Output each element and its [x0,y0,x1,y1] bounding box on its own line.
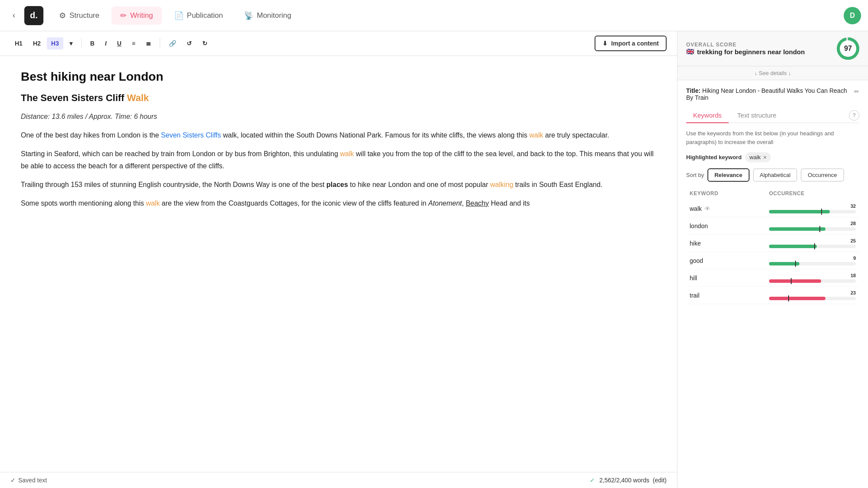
nav-publication-label: Publication [187,11,223,20]
tab-text-structure[interactable]: Text structure [730,108,783,123]
unordered-list-button[interactable]: ≡ [128,37,140,49]
sub-heading-text: The Seven Sisters Cliff [21,92,127,103]
highlighted-keyword-label: Highlighted keyword [686,154,742,160]
sub-heading: The Seven Sisters Cliff Walk [21,92,656,104]
h3-button[interactable]: H3 [47,37,63,49]
keyword-name-good: good [690,257,769,264]
nav-publication[interactable]: 📄 Publication [165,7,232,25]
sort-label: Sort by [686,172,704,178]
keyword-bar-marker [791,278,792,284]
toolbar: H1 H2 H3 ▾ B I U ≡ ≣ 🔗 ↺ ↻ ⬇ Import a co… [0,31,677,56]
keyword-name-walk: walk👁 [690,205,769,212]
nav-monitoring[interactable]: 📡 Monitoring [235,7,300,25]
keyword-bar-marker [814,243,815,249]
keyword-bar-fill [769,227,825,231]
ordered-list-button[interactable]: ≣ [141,37,155,49]
keyword-bar-track [769,262,856,265]
col-keyword-header: KEYWORD [690,190,769,197]
editor-area: H1 H2 H3 ▾ B I U ≡ ≣ 🔗 ↺ ↻ ⬇ Import a co… [0,31,677,488]
keywords-description: Use the keywords from the list below (in… [686,129,859,146]
keyword-name-trail: trail [690,292,769,299]
right-panel: OVERALL SCORE 🇬🇧 trekking for beginners … [677,31,868,488]
score-label: OVERALL SCORE [686,42,805,48]
keyword-bar-area: 32 [769,203,856,213]
redo-button[interactable]: ↻ [198,37,212,49]
keyword-bar-fill [769,279,821,283]
keyword-bar-area: 28 [769,221,856,231]
title-row: Title: Hiking Near London - Beautiful Wa… [686,87,859,101]
keyword-name-london: london [690,223,769,229]
title-edit-icon[interactable]: ✏ [854,88,859,95]
sort-alphabetical[interactable]: Alphabetical [753,168,798,182]
para2-highlight: walk [340,150,354,157]
h2-button[interactable]: H2 [29,37,45,49]
para1-middle: walk, located within the South Downs Nat… [221,131,529,139]
keyword-row: london28 [686,217,859,235]
sub-heading-highlight: Walk [127,92,149,103]
score-keyword: trekking for beginners near london [697,48,805,56]
keyword-bar-track [769,297,856,300]
undo-button[interactable]: ↺ [182,37,196,49]
paragraph-4: Some spots worth mentioning along this w… [21,197,656,209]
keyword-row: hike25 [686,235,859,252]
link-button[interactable]: 🔗 [164,37,181,49]
writing-icon: ✏ [120,11,127,20]
keyword-bar-track [769,210,856,213]
main-heading: Best hiking near London [21,70,656,84]
paragraph-2: Starting in Seaford, which can be reache… [21,148,656,171]
score-title: 🇬🇧 trekking for beginners near london [686,48,805,56]
keyword-count: 23 [769,290,856,295]
word-count: ✓ 2,562/2,400 words (edit) [590,477,667,484]
help-icon[interactable]: ? [849,110,859,121]
h1-button[interactable]: H1 [10,37,27,49]
sort-relevance[interactable]: Relevance [707,168,749,182]
keyword-row: trail23 [686,287,859,304]
para1-before: One of the best day hikes from London is… [21,131,161,139]
saved-text-label: Saved text [18,477,47,484]
word-count-value: 2,562/2,400 words [599,477,649,484]
import-button[interactable]: ⬇ Import a content [595,36,667,51]
nav-writing[interactable]: ✏ Writing [112,7,162,25]
score-flag: 🇬🇧 [686,48,694,56]
underline-button[interactable]: U [113,37,126,49]
para1-highlight: walk [529,131,543,139]
bold-button[interactable]: B [86,37,99,49]
keyword-name-hike: hike [690,240,769,247]
saved-text-container: ✓ Saved text [10,477,47,484]
keyword-bar-fill [769,297,825,300]
remove-highlighted-keyword[interactable]: × [763,154,767,160]
highlighted-keyword-tag: walk × [745,152,771,162]
see-details-link[interactable]: ↓ See details ↓ [677,66,868,80]
top-nav: ‹ d. ⚙ Structure ✏ Writing 📄 Publication… [0,0,868,31]
para4-highlight: walk [146,200,160,207]
italic-button[interactable]: I [101,37,111,49]
publication-icon: 📄 [174,11,184,20]
sort-occurrence[interactable]: Occurrence [801,168,844,182]
score-circle: 97 [837,37,859,60]
avatar: D [844,7,861,24]
col-occurrence-header: OCCURENCE [769,190,856,197]
para4-beachy: Beachy [466,200,489,207]
para1-link[interactable]: Seven Sisters Cliffs [161,131,221,139]
para1-after: are truly spectacular. [543,131,609,139]
title-value: Hiking Near London - Beautiful Walks You… [686,87,847,101]
highlighted-keyword-row: Highlighted keyword walk × [686,152,859,162]
import-icon: ⬇ [602,40,608,47]
toolbar-divider-2 [160,38,160,49]
nav-structure[interactable]: ⚙ Structure [50,7,108,25]
saved-icon: ✓ [10,477,16,484]
keyword-bar-track [769,279,856,283]
nav-structure-label: Structure [69,11,99,20]
word-count-check-icon: ✓ [590,477,595,484]
keyword-bar-area: 25 [769,238,856,248]
tab-keywords[interactable]: Keywords [686,108,729,123]
eye-icon[interactable]: 👁 [704,205,710,212]
content-area[interactable]: Best hiking near London The Seven Sister… [0,56,677,472]
keyword-bar-track [769,245,856,248]
logo: d. [24,6,43,25]
back-button[interactable]: ‹ [7,9,21,23]
dropdown-arrow-button[interactable]: ▾ [65,37,77,49]
word-count-edit-link[interactable]: (edit) [653,477,667,484]
keyword-row: hill18 [686,269,859,287]
keyword-bar-fill [769,245,817,248]
